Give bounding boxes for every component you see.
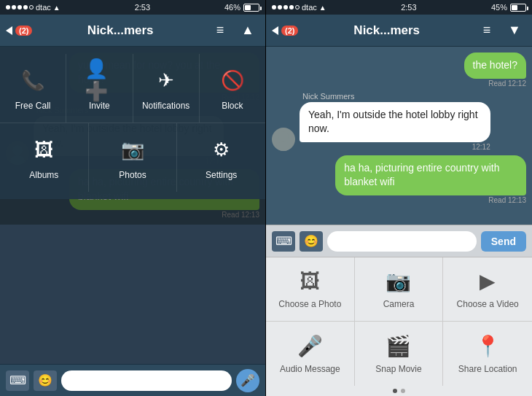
attachment-grid: 🖼 Choose a Photo 📷 Camera ▶ Choose a Vid… <box>266 257 532 386</box>
back-arrow-left <box>6 26 12 35</box>
rbubble-1: the hotel? <box>464 53 527 79</box>
time-left: 2:53 <box>135 3 150 12</box>
att-share-location[interactable]: 📍 Share Location <box>443 322 532 386</box>
free-call-label: Free Call <box>15 101 51 111</box>
att-choose-video[interactable]: ▶ Choose a Video <box>443 257 532 322</box>
att-audio-message[interactable]: 🎤 Audio Message <box>266 322 355 386</box>
left-panel: dtac ▲ 2:53 46% (2) Nick...mers ≡ ▲ 📞 Fr… <box>0 0 266 396</box>
rbubble-container-1: the hotel? Read 12:12 <box>464 53 527 88</box>
rbubble-2: Yeah, I'm outside the hotel lobby right … <box>300 102 490 142</box>
menu-item-photos[interactable]: 📷 Photos <box>89 123 178 192</box>
carrier-right: dtac <box>302 3 317 12</box>
svg-point-2 <box>278 131 289 141</box>
page-dot-1 <box>393 389 397 393</box>
text-input-left[interactable] <box>61 370 232 391</box>
albums-label: Albums <box>29 170 58 180</box>
rbubble-row-2: Nick Summers Yeah, I'm outside the hotel… <box>272 92 526 151</box>
keyboard-button-right[interactable]: ⌨ <box>272 231 295 252</box>
notifications-label: Notifications <box>142 101 189 111</box>
menu-row-1: 📞 Free Call 👤➕ Invite ✈ Notifications 🚫 … <box>0 54 265 123</box>
share-location-label: Share Location <box>458 364 517 374</box>
menu-item-settings[interactable]: ⚙ Settings <box>177 123 265 192</box>
status-right-left: 46% <box>224 3 259 12</box>
collapse-button-right[interactable]: ▼ <box>503 19 526 42</box>
invite-label: Invite <box>89 101 110 111</box>
menu-item-notifications[interactable]: ✈ Notifications <box>133 54 200 123</box>
menu-item-invite[interactable]: 👤➕ Invite <box>66 54 133 123</box>
dot3 <box>17 5 22 9</box>
dot5 <box>29 5 34 9</box>
audio-message-icon: 🎤 <box>297 334 323 358</box>
free-call-icon: 📞 <box>18 66 47 95</box>
menu-button-left[interactable]: ≡ <box>208 19 232 42</box>
back-badge-right: (2) <box>281 26 298 36</box>
page-dots <box>266 386 532 396</box>
choose-video-label: Choose a Video <box>457 299 519 309</box>
nav-title-left: Nick...mers <box>36 23 204 38</box>
avatar-nick-right <box>272 128 295 151</box>
albums-icon: 🖼 <box>29 135 58 164</box>
page-dot-2 <box>401 389 405 393</box>
att-snap-movie[interactable]: 🎬 Snap Movie <box>355 322 444 386</box>
collapse-button-left[interactable]: ▲ <box>236 19 259 42</box>
wifi-icon-left: ▲ <box>53 4 60 12</box>
battery-pct-left: 46% <box>224 3 240 12</box>
back-button-left[interactable]: (2) <box>6 26 32 36</box>
notifications-icon: ✈ <box>152 66 181 95</box>
time-right: 2:53 <box>401 3 416 12</box>
back-arrow-right <box>272 26 278 35</box>
rdot4 <box>289 5 294 9</box>
read-time-3: Read 12:13 <box>69 211 259 219</box>
signal-dots-right <box>272 5 300 9</box>
dot2 <box>12 5 16 9</box>
rdot1 <box>272 5 276 9</box>
nav-title-right: Nick...mers <box>302 23 471 38</box>
camera-icon: 📷 <box>386 269 411 293</box>
right-input-area: ⌨ 😊 Send 🖼 Choose a Photo 📷 Camera ▶ Cho… <box>266 225 532 396</box>
back-button-right[interactable]: (2) <box>272 26 298 36</box>
dot1 <box>6 5 10 9</box>
keyboard-button-left[interactable]: ⌨ <box>6 370 29 391</box>
settings-label: Settings <box>206 170 237 180</box>
back-badge-left: (2) <box>15 26 32 36</box>
menu-item-albums[interactable]: 🖼 Albums <box>0 123 89 192</box>
choose-photo-label: Choose a Photo <box>278 299 341 309</box>
menu-item-block[interactable]: 🚫 Block <box>200 54 265 123</box>
rdot3 <box>283 5 288 9</box>
rdot5 <box>295 5 300 9</box>
rdot2 <box>278 5 282 9</box>
rbubble-row-1: the hotel? Read 12:12 <box>272 53 526 88</box>
status-bar-left: dtac ▲ 2:53 46% <box>0 0 265 15</box>
camera-label: Camera <box>383 299 415 309</box>
battery-fill-right <box>512 5 517 10</box>
nav-bar-left: (2) Nick...mers ≡ ▲ <box>0 15 265 47</box>
photos-label: Photos <box>119 170 146 180</box>
nav-bar-right: (2) Nick...mers ≡ ▼ <box>266 15 532 47</box>
wifi-icon-right: ▲ <box>319 4 326 12</box>
choose-photo-icon: 🖼 <box>300 269 320 293</box>
battery-pct-right: 45% <box>491 3 507 12</box>
att-camera[interactable]: 📷 Camera <box>355 257 444 322</box>
rbubble-3: ha ha, picturing entire country with bla… <box>335 155 526 195</box>
status-bar-right: dtac ▲ 2:53 45% <box>266 0 532 15</box>
send-button[interactable]: Send <box>481 231 526 252</box>
battery-fill-left <box>245 5 251 10</box>
invite-icon: 👤➕ <box>85 66 114 95</box>
status-left: dtac ▲ <box>6 3 60 12</box>
text-input-right[interactable] <box>327 231 477 252</box>
signal-dots <box>6 5 34 9</box>
settings-icon: ⚙ <box>207 135 236 164</box>
block-label: Block <box>222 101 243 111</box>
rbubble-row-3: ha ha, picturing entire country with bla… <box>272 155 526 204</box>
emoji-button-right[interactable]: 😊 <box>300 231 323 252</box>
right-panel: dtac ▲ 2:53 45% (2) Nick...mers ≡ ▼ the … <box>266 0 532 396</box>
mic-button-left[interactable]: 🎤 <box>236 369 259 392</box>
menu-item-free-call[interactable]: 📞 Free Call <box>0 54 66 123</box>
att-choose-photo[interactable]: 🖼 Choose a Photo <box>266 257 355 322</box>
menu-button-right[interactable]: ≡ <box>475 19 498 42</box>
audio-message-label: Audio Message <box>280 364 340 374</box>
emoji-button-left[interactable]: 😊 <box>34 370 57 391</box>
share-location-icon: 📍 <box>475 334 501 358</box>
rread-time-2: 12:12 <box>300 143 490 151</box>
snap-movie-icon: 🎬 <box>386 334 411 358</box>
